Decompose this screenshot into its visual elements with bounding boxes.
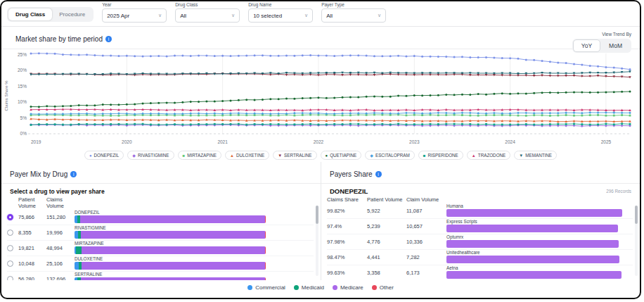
- payer-type-dropdown[interactable]: All∨: [321, 8, 386, 23]
- scrollbar-thumb[interactable]: [635, 206, 638, 224]
- series-name: QUETIAPINE: [330, 153, 356, 158]
- drug-radio[interactable]: [7, 276, 13, 280]
- series-name: ESCITALOPRAM: [375, 153, 410, 158]
- legend-item-memantine[interactable]: ▼MEMANTINE: [514, 151, 557, 160]
- claims-share-value: 97.98%: [327, 239, 367, 245]
- legend-item-trazodone[interactable]: ▲TRAZODONE: [467, 151, 510, 160]
- info-icon[interactable]: i: [375, 171, 382, 177]
- segment-other: [265, 231, 266, 239]
- payer-legend-label: Medicare: [340, 284, 363, 291]
- chart-header: Market share by time periodi View Trend …: [1, 27, 640, 49]
- patient-volume-value: 5,239: [367, 223, 406, 229]
- patient-volume-value: 5,922: [367, 208, 406, 214]
- market-share-chart[interactable]: 20192020202120222023202420250%5%10%15%20…: [1, 49, 640, 151]
- bottom-panels: Payer Mix by Drugi Select a drug to view…: [1, 162, 640, 280]
- market-share-section: Market share by time periodi View Trend …: [1, 27, 640, 162]
- patient-volume-value: 8,355: [18, 229, 46, 236]
- payer-mix-row[interactable]: 8,35519,996RIVASTIGMINE: [7, 225, 314, 241]
- payer-share-row[interactable]: 97.4%5,23910,657Express Scripts: [327, 219, 633, 234]
- payer-name-label: Humana: [446, 203, 622, 208]
- market-share-title: Market share by time period: [15, 35, 103, 43]
- payer-share-row[interactable]: 99.82%5,92211,087Humana: [327, 203, 633, 219]
- drug-radio[interactable]: [7, 260, 13, 267]
- claims-volume-value: 19,996: [46, 229, 75, 236]
- legend-item-donepezil[interactable]: ●DONEPEZIL: [84, 151, 124, 160]
- legend-item-escitalopram[interactable]: ◆ESCITALOPRAM: [365, 151, 415, 160]
- toggle-option-procedure[interactable]: Procedure: [52, 8, 92, 20]
- payer-legend-label: Commercial: [255, 284, 285, 291]
- payer-legend-label: Other: [380, 284, 394, 291]
- payer-mix-row[interactable]: 19,82148,994MIRTAZAPINE: [7, 241, 314, 256]
- view-trend-by: View Trend By YoY MoM: [572, 32, 631, 53]
- payer-mix-row[interactable]: 10,04825,106DULOXETINE: [7, 256, 314, 272]
- drug-radio[interactable]: [7, 214, 13, 220]
- view-trend-by-label: View Trend By: [572, 32, 631, 37]
- legend-item-quetiapine[interactable]: ●QUETIAPINE: [321, 151, 362, 160]
- payer-share-row[interactable]: 99.63%3,3586,173Aetna: [327, 265, 633, 280]
- legend-item-duloxetine[interactable]: ▲DULOXETINE: [225, 151, 269, 160]
- patient-volume-value: 4,441: [367, 254, 406, 260]
- payer-mix-row[interactable]: 75,866151,280DONEPEZIL: [7, 210, 314, 225]
- patient-volume-value: 4,776: [367, 239, 406, 245]
- svg-text:20%: 20%: [18, 68, 27, 73]
- filter-bar: Drug Class Procedure Year2025 Apr∨Drug C…: [1, 1, 640, 27]
- drug-radio[interactable]: [7, 229, 13, 236]
- series-name: SERTRALINE: [284, 153, 311, 158]
- patient-volume-value: 75,866: [18, 214, 46, 220]
- year-dropdown[interactable]: 2025 Apr∨: [102, 8, 167, 23]
- payer-share-row[interactable]: 98.47%4,4417,282Unitedhealthcare: [327, 250, 633, 265]
- info-icon[interactable]: i: [105, 36, 112, 42]
- series-marker-icon: ▲: [472, 153, 476, 158]
- yoy-button[interactable]: YoY: [573, 39, 600, 52]
- legend-item-risperidone[interactable]: ■RISPERIDONE: [418, 151, 463, 160]
- payer-mix-title: Payer Mix by Drug: [10, 170, 67, 178]
- drug-name-dropdown[interactable]: 10 selected∨: [248, 8, 313, 23]
- claims-share-value: 98.47%: [327, 254, 367, 260]
- scrollbar[interactable]: [635, 206, 638, 276]
- series-name: TRAZODONE: [478, 153, 506, 158]
- payer-share-row[interactable]: 97.98%4,77610,336Optumrx: [327, 234, 633, 250]
- legend-dot-icon: [333, 285, 337, 290]
- payer-mix-bar: [75, 277, 266, 280]
- col-patient-volume: Patient Volume: [367, 196, 406, 203]
- info-icon[interactable]: i: [70, 171, 77, 177]
- drug-name-label: DULOXETINE: [75, 256, 266, 261]
- series-marker-icon: ◆: [370, 153, 373, 158]
- drug-class-procedure-toggle: Drug Class Procedure: [7, 7, 94, 22]
- dashboard-root: Drug Class Procedure Year2025 Apr∨Drug C…: [0, 0, 641, 299]
- records-count: 296 Records: [606, 189, 631, 194]
- scrollbar-thumb[interactable]: [316, 206, 318, 224]
- payer-mix-row[interactable]: 56,280132,696SERTRALINE: [7, 272, 314, 280]
- payers-share-section: Payers Sharei DONEPEZIL 296 Records Clai…: [321, 162, 640, 280]
- series-name: DULOXETINE: [236, 153, 264, 158]
- payers-share-table: 99.82%5,92211,087Humana97.4%5,23910,657E…: [321, 203, 640, 280]
- drug-radio[interactable]: [7, 245, 13, 251]
- segment-medicare: [81, 277, 265, 280]
- claims-share-value: 99.82%: [327, 208, 367, 214]
- drug-class-dropdown[interactable]: All∨: [175, 8, 240, 23]
- payer-mix-table: 75,866151,280DONEPEZIL8,35519,996RIVASTI…: [1, 210, 321, 280]
- selected-drug-name: DONEPEZIL: [330, 187, 368, 195]
- mom-button[interactable]: MoM: [600, 39, 631, 52]
- svg-text:15%: 15%: [18, 84, 27, 89]
- legend-item-sertraline[interactable]: ▼SERTRALINE: [273, 151, 316, 160]
- legend-item-rivastigmine[interactable]: ◆RIVASTIGMINE: [127, 151, 174, 160]
- svg-text:25%: 25%: [18, 52, 27, 57]
- payer-share-bar: [446, 209, 622, 217]
- legend-item-mirtazapine[interactable]: ■MIRTAZAPINE: [178, 151, 221, 160]
- svg-text:10%: 10%: [18, 99, 27, 104]
- payer-legend-item-medicaid: Medicaid: [294, 284, 324, 291]
- payer-mix-section: Payer Mix by Drugi Select a drug to view…: [1, 162, 321, 280]
- segment-other: [265, 246, 266, 254]
- drug-bar-cell: SERTRALINE: [75, 272, 266, 280]
- payer-share-bar: [446, 225, 618, 232]
- claim-volume-value: 7,282: [406, 254, 446, 260]
- toggle-option-drug-class[interactable]: Drug Class: [8, 8, 52, 20]
- svg-text:2022: 2022: [314, 139, 324, 144]
- scrollbar[interactable]: [316, 206, 318, 276]
- payer-mix-bar: [75, 246, 266, 254]
- svg-text:5%: 5%: [20, 115, 27, 120]
- payer-mix-subtitle: Select a drug to view payer share: [10, 188, 312, 195]
- segment-medicare: [82, 246, 265, 254]
- segment-other: [265, 262, 266, 270]
